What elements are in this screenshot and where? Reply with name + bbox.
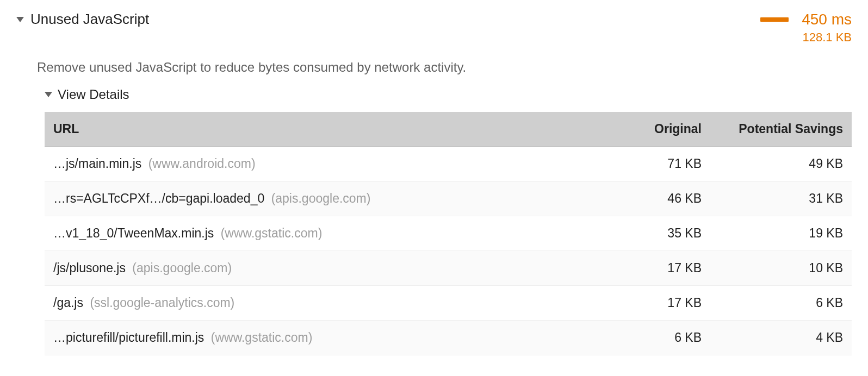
table-row: …js/main.min.js (www.android.com)71 KB49…	[45, 147, 852, 181]
cell-savings: 4 KB	[710, 321, 852, 355]
url-host: (apis.google.com)	[132, 261, 232, 275]
url-path: …rs=AGLTcCPXf…/cb=gapi.loaded_0	[53, 191, 264, 205]
audit-description: Remove unused JavaScript to reduce bytes…	[37, 60, 852, 75]
table-row: …v1_18_0/TweenMax.min.js (www.gstatic.co…	[45, 216, 852, 251]
url-host: (ssl.google-analytics.com)	[90, 296, 234, 310]
url-host: (www.gstatic.com)	[211, 330, 313, 344]
cell-savings: 19 KB	[710, 216, 852, 251]
bar-indicator-icon	[760, 17, 789, 22]
view-details-label: View Details	[58, 87, 129, 102]
audit-title: Unused JavaScript	[30, 11, 149, 28]
details-section: View Details URL Original Potential Savi…	[45, 87, 852, 355]
table-header-row: URL Original Potential Savings	[45, 112, 852, 147]
cell-original: 6 KB	[612, 321, 710, 355]
col-header-original[interactable]: Original	[612, 112, 710, 147]
metric-row: 450 ms	[760, 11, 852, 28]
col-header-savings[interactable]: Potential Savings	[710, 112, 852, 147]
chevron-down-icon	[16, 17, 24, 22]
table-row: …picturefill/picturefill.min.js (www.gst…	[45, 321, 852, 355]
url-path: …v1_18_0/TweenMax.min.js	[53, 226, 214, 240]
url-path: /js/plusone.js	[53, 261, 126, 275]
cell-url[interactable]: /ga.js (ssl.google-analytics.com)	[45, 286, 612, 321]
cell-savings: 6 KB	[710, 286, 852, 321]
cell-url[interactable]: …rs=AGLTcCPXf…/cb=gapi.loaded_0 (apis.go…	[45, 181, 612, 216]
url-host: (apis.google.com)	[271, 191, 371, 205]
size-metric: 128.1 KB	[802, 30, 852, 45]
audit-header-row: Unused JavaScript 450 ms 128.1 KB	[16, 11, 852, 45]
cell-url[interactable]: /js/plusone.js (apis.google.com)	[45, 251, 612, 286]
cell-url[interactable]: …v1_18_0/TweenMax.min.js (www.gstatic.co…	[45, 216, 612, 251]
cell-original: 71 KB	[612, 147, 710, 181]
cell-savings: 49 KB	[710, 147, 852, 181]
url-host: (www.gstatic.com)	[221, 226, 323, 240]
time-metric: 450 ms	[802, 11, 852, 28]
url-host: (www.android.com)	[148, 156, 256, 171]
table-row: …rs=AGLTcCPXf…/cb=gapi.loaded_0 (apis.go…	[45, 181, 852, 216]
cell-original: 46 KB	[612, 181, 710, 216]
table-row: /js/plusone.js (apis.google.com)17 KB10 …	[45, 251, 852, 286]
col-header-url[interactable]: URL	[45, 112, 612, 147]
cell-original: 17 KB	[612, 251, 710, 286]
details-table: URL Original Potential Savings …js/main.…	[45, 112, 852, 355]
audit-header-left[interactable]: Unused JavaScript	[16, 11, 760, 28]
cell-original: 35 KB	[612, 216, 710, 251]
table-row: /ga.js (ssl.google-analytics.com)17 KB6 …	[45, 286, 852, 321]
details-table-container: URL Original Potential Savings …js/main.…	[45, 112, 852, 355]
cell-original: 17 KB	[612, 286, 710, 321]
cell-url[interactable]: …picturefill/picturefill.min.js (www.gst…	[45, 321, 612, 355]
view-details-toggle[interactable]: View Details	[45, 87, 852, 102]
url-path: …picturefill/picturefill.min.js	[53, 330, 204, 344]
cell-savings: 10 KB	[710, 251, 852, 286]
chevron-down-icon	[45, 92, 52, 97]
url-path: …js/main.min.js	[53, 156, 141, 171]
cell-savings: 31 KB	[710, 181, 852, 216]
cell-url[interactable]: …js/main.min.js (www.android.com)	[45, 147, 612, 181]
url-path: /ga.js	[53, 296, 83, 310]
audit-header-right: 450 ms 128.1 KB	[760, 11, 852, 45]
